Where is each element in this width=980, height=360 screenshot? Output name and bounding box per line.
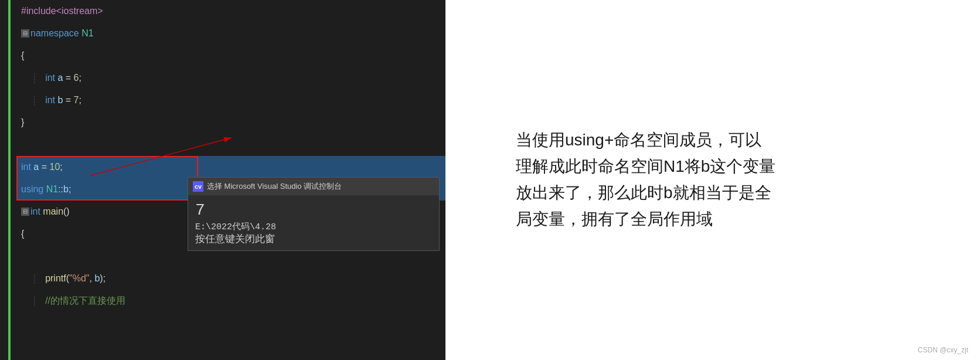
collapse-main-icon[interactable]: ⊟ [21, 208, 29, 216]
code-line-include: #include<iostream> [16, 0, 445, 22]
annotation-panel: 当使用using+命名空间成员，可以 理解成此时命名空间N1将b这个变量 放出来… [445, 0, 980, 360]
code-line-comment: ┊ //的情况下直接使用 [16, 290, 445, 312]
code-line-int-a: ┊ int a = 6; [16, 67, 445, 89]
main-container: #include<iostream> ⊟namespace N1 { ┊ int… [0, 0, 980, 360]
console-titlebar: cv 选择 Microsoft Visual Studio 调试控制台 [188, 178, 439, 195]
code-line-int-b: ┊ int b = 7; [16, 89, 445, 111]
code-line-close-brace1: } [16, 111, 445, 134]
code-line-namespace: ⊟namespace N1 [16, 22, 445, 45]
green-bar [8, 0, 11, 360]
watermark: CSDN @cxy_zjt [918, 346, 968, 354]
code-lines: #include<iostream> ⊟namespace N1 { ┊ int… [16, 0, 445, 312]
console-output-num: 7 [195, 200, 432, 221]
code-line-open-brace1: { [16, 45, 445, 67]
console-body: 7 E:\2022代码\4.28 按任意键关闭此窗 [188, 195, 439, 250]
console-popup[interactable]: cv 选择 Microsoft Visual Studio 调试控制台 7 E:… [188, 177, 440, 251]
console-output-path: E:\2022代码\4.28 [195, 221, 432, 232]
console-output-prompt: 按任意键关闭此窗 [195, 232, 432, 246]
code-panel: #include<iostream> ⊟namespace N1 { ┊ int… [0, 0, 445, 360]
console-icon: cv [193, 181, 203, 192]
code-line-empty1 [16, 134, 445, 156]
console-title: 选择 Microsoft Visual Studio 调试控制台 [207, 181, 342, 192]
code-line-printf: ┊ printf("%d", b); [16, 267, 445, 290]
annotation-text: 当使用using+命名空间成员，可以 理解成此时命名空间N1将b这个变量 放出来… [516, 127, 945, 232]
collapse-namespace-icon[interactable]: ⊟ [21, 29, 29, 38]
line-gutter [0, 0, 8, 360]
code-line-global-a: int a = 10; [16, 156, 445, 178]
